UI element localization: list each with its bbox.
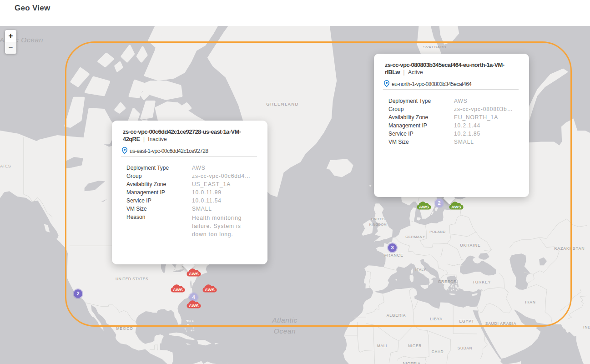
svg-text:INDIA: INDIA: [583, 325, 590, 329]
svg-text:MEXICO: MEXICO: [116, 326, 133, 331]
svg-text:CHAD: CHAD: [432, 349, 444, 354]
svg-text:UNITED STATES: UNITED STATES: [0, 164, 11, 168]
svg-text:SUDAN: SUDAN: [458, 346, 473, 350]
svg-text:NIGER: NIGER: [408, 344, 422, 348]
svg-text:AWS: AWS: [189, 303, 199, 308]
svg-text:AWS: AWS: [189, 271, 199, 276]
svg-text:AWS: AWS: [451, 204, 461, 209]
svg-text:AWS: AWS: [205, 287, 215, 292]
svg-text:NIGERIA: NIGERIA: [403, 361, 420, 364]
svg-text:MALI: MALI: [377, 344, 387, 348]
svg-text:AWS: AWS: [173, 287, 183, 292]
svg-text:Ocean: Ocean: [274, 327, 296, 335]
svg-text:AWS: AWS: [419, 204, 429, 209]
